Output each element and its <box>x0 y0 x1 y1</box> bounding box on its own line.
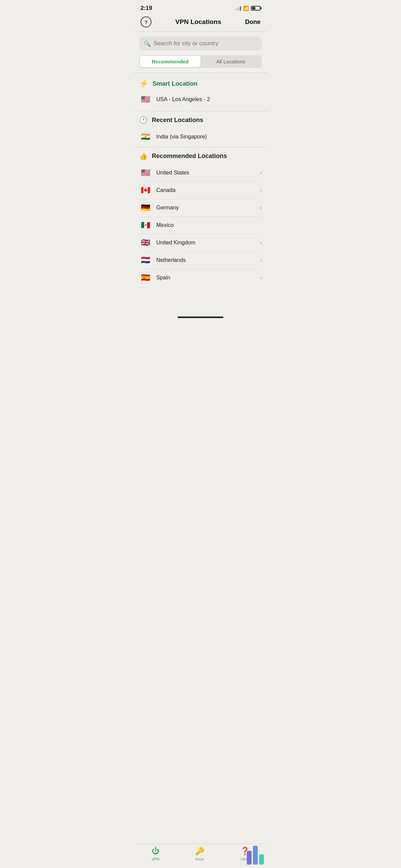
chevron-right-icon: › <box>260 257 262 263</box>
netherlands-label: Netherlands <box>156 257 255 263</box>
recommended-locations-header: 👍 Recommended Locations <box>139 152 262 160</box>
section-divider-3 <box>134 147 267 147</box>
recent-locations-header: 🕐 Recent Locations <box>139 116 262 124</box>
recent-locations-title: Recent Locations <box>152 117 203 124</box>
search-input[interactable] <box>154 40 257 47</box>
smart-location-name: USA - Los Angeles - 2 <box>156 96 262 103</box>
clock-icon: 🕐 <box>139 116 148 124</box>
recommended-locations-title: Recommended Locations <box>152 153 227 160</box>
signal-icon <box>235 6 241 11</box>
list-item[interactable]: 🇬🇧 United Kingdom › <box>139 234 262 252</box>
chevron-right-icon: › <box>260 275 262 281</box>
list-item[interactable]: 🇺🇸 United States › <box>139 164 262 182</box>
spain-flag: 🇪🇸 <box>139 273 151 282</box>
chevron-right-icon: › <box>260 170 262 176</box>
germany-flag: 🇩🇪 <box>139 203 151 212</box>
chevron-right-icon: › <box>260 205 262 211</box>
india-flag: 🇮🇳 <box>139 132 151 141</box>
wifi-icon: 📶 <box>243 5 249 11</box>
list-item[interactable]: 🇪🇸 Spain › <box>139 269 262 286</box>
tab-recommended[interactable]: Recommended <box>140 56 200 67</box>
chevron-right-icon: › <box>260 187 262 193</box>
bolt-icon: ⚡ <box>139 79 148 88</box>
search-icon: 🔍 <box>144 40 151 47</box>
status-time: 2:19 <box>141 5 152 12</box>
recent-locations-section: 🕐 Recent Locations 🇮🇳 India (via Singapo… <box>134 112 267 145</box>
battery-icon <box>251 6 260 11</box>
germany-label: Germany <box>156 205 255 211</box>
recommended-locations-section: 👍 Recommended Locations 🇺🇸 United States… <box>134 148 267 286</box>
home-indicator <box>178 316 223 318</box>
tabs-container: Recommended All Locations <box>134 54 267 71</box>
smart-location-header: ⚡ Smart Location <box>139 79 262 88</box>
list-item[interactable]: 🇨🇦 Canada › <box>139 182 262 199</box>
list-item[interactable]: 🇩🇪 Germany › <box>139 199 262 217</box>
list-item[interactable]: 🇳🇱 Netherlands › <box>139 252 262 269</box>
chevron-right-icon: › <box>260 240 262 246</box>
india-via-singapore: India (via Singapore) <box>156 134 262 140</box>
section-divider-1 <box>134 73 267 73</box>
smart-location-section: ⚡ Smart Location 🇺🇸 USA - Los Angeles - … <box>134 74 267 109</box>
smart-location-title: Smart Location <box>153 80 197 87</box>
done-button[interactable]: Done <box>245 19 260 26</box>
thumbsup-icon: 👍 <box>139 152 148 160</box>
section-divider-2 <box>134 111 267 111</box>
page-title: VPN Locations <box>175 18 221 26</box>
tabs: Recommended All Locations <box>139 55 262 68</box>
search-container: 🔍 <box>134 32 267 54</box>
netherlands-flag: 🇳🇱 <box>139 256 151 265</box>
canada-flag: 🇨🇦 <box>139 186 151 195</box>
spain-label: Spain <box>156 275 255 281</box>
nav-bar: ? VPN Locations Done <box>134 14 267 32</box>
us-flag: 🇺🇸 <box>139 168 151 177</box>
status-icons: 📶 <box>235 5 260 11</box>
status-bar: 2:19 📶 <box>134 0 267 14</box>
list-item[interactable]: 🇲🇽 Mexico › <box>139 217 262 234</box>
mexico-flag: 🇲🇽 <box>139 221 151 230</box>
united-states-label: United States <box>156 170 255 176</box>
canada-label: Canada <box>156 187 255 193</box>
help-button[interactable]: ? <box>141 16 151 27</box>
united-kingdom-label: United Kingdom <box>156 240 255 246</box>
smart-location-item[interactable]: 🇺🇸 USA - Los Angeles - 2 <box>139 92 262 109</box>
uk-flag: 🇬🇧 <box>139 238 151 247</box>
tab-all-locations[interactable]: All Locations <box>200 56 261 67</box>
list-item[interactable]: 🇮🇳 India (via Singapore) <box>139 128 262 145</box>
mexico-label: Mexico <box>156 222 262 228</box>
usa-flag: 🇺🇸 <box>139 95 151 104</box>
search-bar[interactable]: 🔍 <box>139 37 262 50</box>
